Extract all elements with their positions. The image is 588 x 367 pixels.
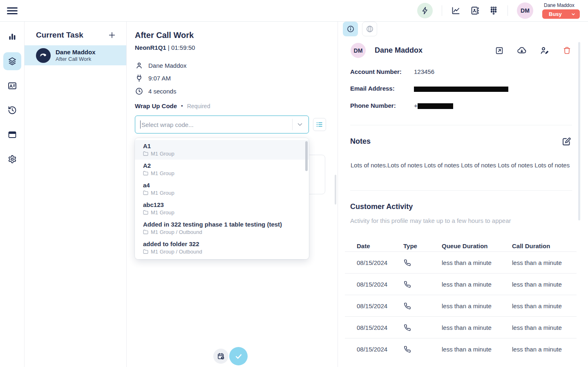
redaction-bar xyxy=(418,103,453,109)
line-chart-icon[interactable] xyxy=(451,6,461,16)
sidebar-item-contacts[interactable] xyxy=(3,77,21,95)
wrap-up-code-row: Wrap Up Code • Required xyxy=(135,102,210,109)
trash-icon xyxy=(563,46,571,55)
wrap-code-option[interactable]: abc123 M1 Group xyxy=(135,199,309,218)
wrap-code-select[interactable] xyxy=(135,116,309,133)
user-name: Dane Maddox xyxy=(542,2,575,8)
profile-avatar: DM xyxy=(351,43,366,58)
task-list-item[interactable]: Dane Maddox After Call Work xyxy=(25,45,126,65)
top-bar: DM Dane Maddox Busy xyxy=(0,0,588,22)
chevron-down-icon[interactable] xyxy=(296,121,304,128)
profile-actions xyxy=(494,46,572,56)
bar-chart-icon xyxy=(7,32,17,42)
contact-row: Dane Maddox xyxy=(135,60,186,71)
email-value-redacted xyxy=(414,85,508,92)
clock-icon xyxy=(135,87,143,96)
separator: | xyxy=(168,44,170,51)
add-task-button[interactable] xyxy=(107,31,116,40)
option-group: M1 Group xyxy=(151,170,174,177)
option-group: M1 Group xyxy=(151,150,174,157)
email-label: Email Address: xyxy=(350,85,414,92)
section-divider xyxy=(350,125,572,125)
sidebar-item-stats[interactable] xyxy=(3,28,21,46)
queue-name: NeonR1Q1 xyxy=(135,44,166,51)
download-profile-button[interactable] xyxy=(517,46,527,56)
tab-info[interactable] xyxy=(343,22,358,36)
cell-queue-duration: less than a minute xyxy=(442,324,512,331)
wrap-code-option[interactable]: a4 M1 Group xyxy=(135,179,309,199)
plug-icon xyxy=(135,74,143,82)
activity-table-row[interactable]: 08/15/2024 less than a minute less than … xyxy=(345,316,577,338)
col-header-date: Date xyxy=(357,242,403,249)
edit-contact-button[interactable] xyxy=(539,46,549,56)
address-book-icon[interactable] xyxy=(470,6,480,16)
bullet: • xyxy=(181,103,183,109)
activity-table-row[interactable]: 08/15/2024 less than a minute less than … xyxy=(345,295,577,316)
cell-call-duration: less than a minute xyxy=(512,302,577,309)
notes-title: Notes xyxy=(350,137,371,146)
option-group: M1 Group xyxy=(151,189,174,196)
cell-queue-duration: less than a minute xyxy=(442,259,512,266)
tab-insights[interactable] xyxy=(362,22,377,36)
sidebar-item-settings[interactable] xyxy=(3,150,21,168)
divider xyxy=(442,5,442,16)
wrap-code-input[interactable] xyxy=(141,121,292,128)
open-external-button[interactable] xyxy=(494,46,504,56)
wrap-code-option[interactable]: A2 M1 Group xyxy=(135,160,309,179)
layers-icon xyxy=(7,56,17,66)
activity-table-row[interactable]: 08/15/2024 less than a minute less than … xyxy=(345,273,577,295)
wrap-code-option[interactable]: added to folder 322 M1 Group / Outbound xyxy=(135,238,309,258)
edit-note-icon xyxy=(561,137,571,147)
user-avatar[interactable]: DM xyxy=(517,2,533,19)
middle-panel-scrollbar[interactable] xyxy=(335,175,336,205)
dialpad-icon[interactable] xyxy=(489,6,499,16)
complete-task-button[interactable] xyxy=(229,347,248,365)
phone-icon xyxy=(403,302,442,310)
activity-table-header: Date Type Queue Duration Call Duration xyxy=(345,240,577,251)
task-contact-name: Dane Maddox xyxy=(56,49,96,56)
account-number-value: 123456 xyxy=(414,68,434,75)
phone-row: Phone Number: + xyxy=(350,102,453,109)
text-caret xyxy=(140,120,141,129)
status-dropdown[interactable]: Busy xyxy=(542,9,580,19)
task-panel-title: Current Task xyxy=(36,31,83,40)
cell-date: 08/15/2024 xyxy=(357,302,403,309)
schedule-button[interactable] xyxy=(213,349,228,364)
right-panel-scrollbar[interactable] xyxy=(578,42,580,220)
activity-table-row[interactable]: 08/15/2024 less than a minute less than … xyxy=(345,338,577,360)
activity-table-row[interactable]: 08/15/2024 less than a minute less than … xyxy=(345,251,577,273)
sidebar-item-history[interactable] xyxy=(3,101,21,119)
sidebar-item-browser[interactable] xyxy=(3,126,21,144)
edit-notes-button[interactable] xyxy=(561,137,571,147)
profile-tabs xyxy=(343,22,377,36)
delete-contact-button[interactable] xyxy=(562,46,572,56)
acw-countdown: 01:59:50 xyxy=(171,44,195,51)
divider xyxy=(292,119,293,130)
after-call-work-panel: After Call Work NeonR1Q1 | 01:59:50 Dane… xyxy=(127,22,338,367)
wrap-code-option[interactable]: A1 M1 Group xyxy=(135,140,309,160)
lightning-button[interactable] xyxy=(417,3,433,18)
account-number-label: Account Number: xyxy=(350,68,414,75)
profile-header: DM Dane Maddox xyxy=(351,43,572,58)
phone-icon xyxy=(403,324,442,331)
cell-call-duration: less than a minute xyxy=(512,324,577,331)
cell-queue-duration: less than a minute xyxy=(442,302,512,309)
wrap-code-option[interactable]: Added in 322 testing phase 1 table testi… xyxy=(135,218,309,238)
hamburger-menu-icon[interactable] xyxy=(7,5,18,16)
cell-date: 08/15/2024 xyxy=(357,259,403,266)
contact-profile-panel: DM Dane Maddox xyxy=(338,22,588,367)
col-header-call-duration: Call Duration xyxy=(512,242,577,249)
phone-label: Phone Number: xyxy=(350,102,414,109)
task-item-text: Dane Maddox After Call Work xyxy=(56,49,96,62)
dropdown-scrollbar[interactable] xyxy=(305,141,308,171)
start-time-row: 9:07 AM xyxy=(135,73,171,83)
browse-wrap-codes-button[interactable] xyxy=(313,118,326,131)
cell-date: 08/15/2024 xyxy=(357,346,403,353)
phone-icon xyxy=(403,345,442,353)
sidebar-item-tasks[interactable] xyxy=(3,52,21,70)
divider xyxy=(508,5,508,16)
person-edit-icon xyxy=(539,46,549,56)
history-icon xyxy=(7,105,17,115)
user-block: Dane Maddox Busy xyxy=(542,2,580,19)
cloud-download-icon xyxy=(517,46,527,56)
